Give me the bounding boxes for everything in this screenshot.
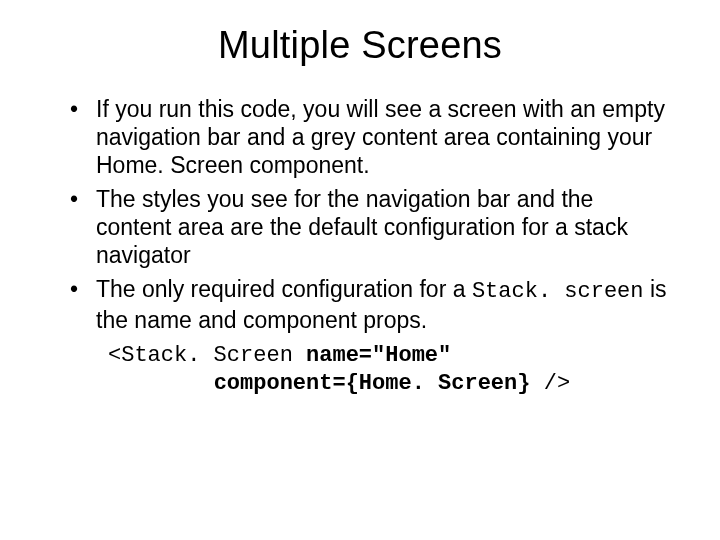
bullet-list: If you run this code, you will see a scr… [40,95,680,334]
slide-title: Multiple Screens [40,24,680,67]
slide: Multiple Screens If you run this code, y… [0,0,720,540]
list-item: If you run this code, you will see a scr… [70,95,670,179]
code-bold: name="Home" [306,343,451,368]
code-block: <Stack. Screen name="Home" component={Ho… [108,342,680,398]
code-indent [108,371,214,396]
list-item: The only required configuration for a St… [70,275,670,334]
bullet-text-prefix: The only required configuration for a [96,276,472,302]
bullet-text: The styles you see for the navigation ba… [96,186,628,268]
bullet-text: If you run this code, you will see a scr… [96,96,665,178]
inline-code: Stack. screen [472,279,644,304]
list-item: The styles you see for the navigation ba… [70,185,670,269]
code-bold: component={Home. Screen} [214,371,531,396]
code-text: /> [530,371,570,396]
code-text: <Stack. Screen [108,343,306,368]
